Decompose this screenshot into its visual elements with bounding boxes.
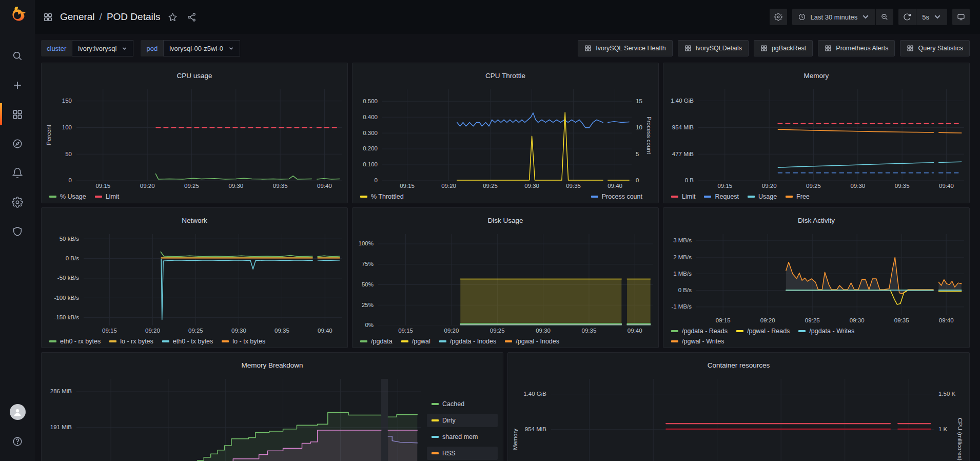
legend-item[interactable]: /pgwal - Reads [736, 328, 790, 335]
link-prometheus-alerts[interactable]: Prometheus Alerts [818, 40, 895, 56]
server-admin-shield-icon[interactable] [0, 217, 35, 246]
link-query-statistics[interactable]: Query Statistics [900, 40, 970, 56]
main-area: General / POD Details Las [35, 0, 980, 461]
legend-item[interactable]: /pgwal - Writes [671, 338, 724, 345]
panel-title[interactable]: Disk Usage [352, 214, 658, 227]
y-tick-label: 100% [359, 240, 374, 246]
legend-item[interactable]: lo - tx bytes [222, 338, 265, 345]
legend-label: Cached [442, 400, 464, 408]
star-icon[interactable] [166, 10, 179, 24]
legend-item[interactable]: Cached [427, 397, 498, 411]
refresh-button[interactable] [898, 9, 916, 25]
link-ivorysql-service-health[interactable]: IvorySQL Service Health [578, 40, 672, 56]
search-icon[interactable] [0, 41, 35, 70]
alerting-bell-icon[interactable] [0, 158, 35, 187]
plot-area[interactable] [76, 89, 342, 181]
legend-item[interactable]: RSS [427, 447, 498, 460]
x-axis: 09:1509:2009:2509:3009:3509:40 [382, 181, 632, 191]
breadcrumb-dashboard[interactable]: POD Details [107, 11, 161, 23]
legend-item[interactable]: lo - rx bytes [109, 338, 153, 345]
plot-area[interactable] [382, 89, 632, 181]
y-axis-label: Memory [511, 379, 519, 461]
link-pgbackrest[interactable]: pgBackRest [754, 40, 813, 56]
legend-label: Usage [758, 193, 777, 200]
y-tick-label: 0.100 [363, 161, 378, 167]
x-axis: 09:1509:2009:2509:3009:3509:40 [378, 325, 653, 336]
x-tick-label: 09:40 [623, 328, 646, 334]
plot-area[interactable] [84, 234, 342, 325]
plot-area[interactable] [76, 379, 421, 461]
variable-cluster[interactable]: cluster ivory:ivorysql [41, 40, 133, 56]
create-icon[interactable] [0, 70, 35, 100]
plot-area[interactable] [378, 234, 653, 325]
refresh-interval-picker[interactable]: 5s [916, 9, 947, 25]
link-ivorysql-details[interactable]: IvorySQLDetails [678, 40, 749, 56]
panel-title[interactable]: Memory Breakdown [42, 358, 503, 372]
right-axis: 151050 [632, 89, 645, 181]
legend-item[interactable]: Limit [671, 193, 695, 200]
legend-swatch [162, 340, 169, 342]
legend-label: eth0 - tx bytes [173, 338, 213, 345]
variable-cluster-value: ivory:ivorysql [78, 45, 116, 52]
legend-item[interactable]: Usage [748, 193, 777, 200]
legend-item[interactable]: Process count [591, 193, 642, 200]
legend-swatch [671, 196, 678, 198]
panel-title[interactable]: Container resources [508, 358, 969, 372]
legend-swatch [505, 340, 512, 342]
legend-item[interactable]: /pgdata - Writes [798, 328, 854, 335]
legend-item[interactable]: /pgwal - Inodes [505, 338, 559, 345]
zoom-out-button[interactable] [876, 9, 893, 25]
y-tick-label: 0 B [685, 177, 694, 183]
panel-title[interactable]: CPU Throttle [352, 69, 658, 83]
plot-area[interactable] [698, 89, 964, 181]
kiosk-mode-button[interactable] [952, 9, 970, 25]
legend-swatch [736, 330, 743, 332]
breadcrumb-folder[interactable]: General [60, 11, 95, 23]
explore-compass-icon[interactable] [0, 129, 35, 158]
panel-title[interactable]: Memory [663, 69, 969, 83]
legend-item[interactable]: Free [786, 193, 810, 200]
x-tick-label: 09:30 [521, 183, 543, 189]
legend-item[interactable]: shared mem [427, 430, 498, 444]
panel-title[interactable]: Network [42, 214, 347, 227]
variable-pod-select[interactable]: ivorysql-00-z5wl-0 [163, 40, 240, 56]
x-tick-label: 09:25 [486, 328, 508, 334]
configuration-gear-icon[interactable] [0, 187, 35, 217]
legend-item[interactable]: % Throttled [360, 193, 404, 200]
x-tick-label: 09:35 [562, 183, 585, 189]
legend-label: /pgwal - Inodes [516, 338, 559, 345]
user-avatar[interactable] [0, 397, 35, 427]
link-label: Prometheus Alerts [836, 45, 888, 52]
legend-item[interactable]: % Usage [49, 193, 86, 200]
sidebar-item-dashboards[interactable] [0, 100, 35, 129]
help-icon[interactable] [0, 427, 35, 456]
legend-item[interactable]: eth0 - rx bytes [49, 338, 101, 345]
x-tick-label: 09:15 [395, 328, 417, 334]
refresh-interval-label: 5s [922, 13, 929, 21]
legend-item[interactable]: Dirty [427, 414, 498, 427]
legend-item[interactable]: /pgdata - Inodes [439, 338, 496, 345]
variable-pod[interactable]: pod ivorysql-00-z5wl-0 [141, 40, 240, 56]
legend-item[interactable]: /pgdata [360, 338, 393, 345]
legend-item[interactable]: eth0 - tx bytes [162, 338, 213, 345]
x-tick-label: 09:15 [92, 183, 114, 189]
x-tick-label: 09:25 [184, 328, 207, 334]
variable-cluster-select[interactable]: ivory:ivorysql [72, 40, 133, 56]
grafana-logo[interactable] [5, 3, 30, 28]
plot-area[interactable] [696, 234, 964, 315]
x-tick-label: 09:15 [712, 317, 734, 323]
share-icon[interactable] [185, 10, 198, 24]
legend-swatch [360, 340, 367, 342]
legend-item[interactable]: Request [704, 193, 739, 200]
y-tick-label: -50 kB/s [57, 275, 79, 281]
legend-item[interactable]: /pgwal [401, 338, 430, 345]
plot-area[interactable] [551, 379, 934, 461]
link-label: pgBackRest [772, 45, 806, 52]
legend-swatch [360, 196, 367, 198]
panel-title[interactable]: CPU usage [42, 69, 347, 83]
time-range-picker[interactable]: Last 30 minutes [792, 9, 875, 25]
panel-title[interactable]: Disk Activity [663, 214, 969, 227]
legend-item[interactable]: Limit [95, 193, 119, 200]
legend-item[interactable]: /pgdata - Reads [671, 328, 728, 335]
dashboard-settings-button[interactable] [770, 9, 787, 25]
